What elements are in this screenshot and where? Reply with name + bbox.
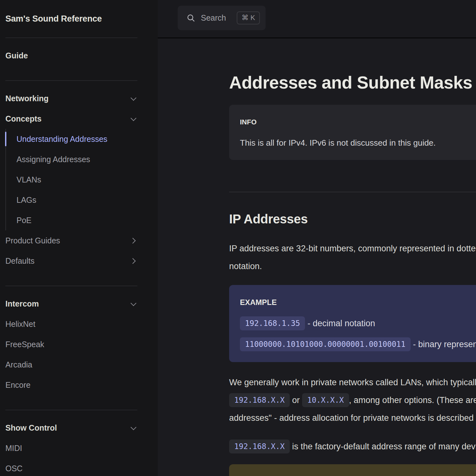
page-title: Addresses and Subnet Masks: [229, 71, 476, 94]
sidebar-divider: [5, 37, 137, 38]
paragraph: 192.168.X.X is the factory-default addre…: [229, 438, 476, 455]
paragraph-line: 192.168.X.X or 10.X.X.X, among other opt…: [229, 391, 476, 409]
paragraph-line: We generally work in private networks ca…: [229, 374, 476, 391]
sidebar-divider: [5, 80, 137, 81]
sidebar-item-poe[interactable]: PoE: [5, 210, 137, 230]
sidebar-item-lags[interactable]: LAGs: [5, 190, 137, 210]
text-run: or: [290, 395, 302, 405]
site-title[interactable]: Sam's Sound Reference: [5, 0, 137, 37]
sidebar-item-label: MIDI: [5, 444, 22, 453]
warning-callout: [229, 464, 476, 476]
paragraph: IP addresses are 32-bit numbers, commonl…: [229, 240, 476, 275]
paragraph: We generally work in private networks ca…: [229, 374, 476, 427]
chevron-down-icon: [130, 424, 136, 430]
inline-code: 10.X.X.X: [302, 393, 349, 407]
text-run: addresses" - address allocation for priv…: [229, 413, 476, 423]
doc-content: Addresses and Subnet Masks INFO This is …: [229, 38, 476, 476]
sidebar-item-osc[interactable]: OSC: [5, 458, 137, 476]
paragraph-line: IP addresses are 32-bit numbers, commonl…: [229, 240, 476, 257]
inline-code: 192.168.1.35: [240, 316, 305, 330]
text-run: - binary representation: [411, 340, 476, 349]
search-shortcut-badge: ⌘ K: [237, 11, 260, 24]
sidebar-item-understanding-addresses[interactable]: Understanding Addresses: [5, 129, 137, 149]
sidebar-item-label: FreeSpeak: [5, 340, 44, 349]
text-run: , among other options. (These are "RFC 1…: [349, 395, 476, 405]
sidebar-item-show-control[interactable]: Show Control: [5, 418, 137, 438]
callout-kind-label: INFO: [240, 118, 476, 126]
info-callout: INFO This is all for IPv4. IPv6 is not d…: [229, 105, 476, 160]
paragraph-line: 11000000.10101000.00000001.00100011 - bi…: [240, 337, 476, 352]
text-run: notation.: [229, 261, 262, 271]
sidebar-item-networking[interactable]: Networking: [5, 88, 137, 109]
example-lines: 192.168.1.35 - decimal notation11000000.…: [240, 316, 476, 352]
paragraph-line: notation.: [229, 257, 476, 275]
sidebar-item-label: Arcadia: [5, 360, 32, 369]
paragraph-line: 192.168.1.35 - decimal notation: [240, 316, 476, 331]
text-run: We generally work in private networks ca…: [229, 378, 476, 387]
chevron-right-icon: [130, 258, 136, 264]
sidebar: Sam's Sound Reference GuideNetworkingCon…: [0, 0, 158, 476]
sidebar-item-label: Networking: [5, 94, 49, 103]
inline-code: 192.168.X.X: [229, 440, 290, 453]
example-callout: EXAMPLE 192.168.1.35 - decimal notation1…: [229, 285, 476, 362]
sidebar-item-label: Assigning Addresses: [17, 155, 90, 164]
search-label: Search: [201, 13, 226, 23]
sidebar-item-midi[interactable]: MIDI: [5, 438, 137, 458]
chevron-down-icon: [130, 300, 136, 306]
search-icon: [187, 14, 195, 22]
sidebar-item-encore[interactable]: Encore: [5, 375, 137, 395]
sidebar-item-label: Product Guides: [5, 236, 60, 245]
sidebar-item-label: Concepts: [5, 114, 42, 123]
chevron-right-icon: [130, 238, 136, 243]
top-navbar: Search ⌘ K: [158, 0, 476, 38]
sidebar-item-assigning-addresses[interactable]: Assigning Addresses: [5, 149, 137, 169]
sidebar-item-helixnet[interactable]: HelixNet: [5, 314, 137, 334]
sidebar-item-label: Intercom: [5, 299, 39, 308]
sidebar-item-label: OSC: [5, 464, 23, 473]
sidebar-divider: [5, 410, 137, 410]
sidebar-sections: GuideNetworkingConceptsUnderstanding Add…: [5, 37, 137, 476]
paragraph-line: addresses" - address allocation for priv…: [229, 409, 476, 427]
search-button[interactable]: Search ⌘ K: [178, 6, 266, 30]
sidebar-divider: [5, 286, 137, 286]
text-run: is the factory-default address range of …: [290, 442, 476, 452]
sidebar-item-label: Defaults: [5, 256, 35, 266]
callout-text: This is all for IPv4. IPv6 is not discus…: [240, 137, 476, 149]
sidebar-item-vlans[interactable]: VLANs: [5, 169, 137, 190]
sidebar-item-intercom[interactable]: Intercom: [5, 294, 137, 314]
sidebar-item-guide[interactable]: Guide: [5, 45, 137, 66]
sidebar-item-label: PoE: [17, 216, 31, 225]
sidebar-item-arcadia[interactable]: Arcadia: [5, 354, 137, 375]
sidebar-item-label: Encore: [5, 380, 30, 390]
sidebar-item-label: LAGs: [17, 195, 36, 205]
inline-code: 192.168.X.X: [229, 393, 290, 407]
section-heading: IP Addresses: [229, 192, 476, 227]
chevron-down-icon: [130, 115, 136, 121]
sidebar-item-freespeak[interactable]: FreeSpeak: [5, 334, 137, 354]
sidebar-item-label: Show Control: [5, 423, 57, 433]
sidebar-item-defaults[interactable]: Defaults: [5, 251, 137, 271]
paragraph-line: 192.168.X.X is the factory-default addre…: [229, 438, 476, 455]
inline-code: 11000000.10101000.00000001.00100011: [240, 337, 411, 351]
sidebar-item-label: VLANs: [17, 175, 41, 184]
sidebar-item-label: Guide: [5, 51, 28, 60]
text-run: IP addresses are 32-bit numbers, commonl…: [229, 244, 476, 254]
sidebar-item-product-guides[interactable]: Product Guides: [5, 230, 137, 251]
sidebar-item-label: HelixNet: [5, 320, 35, 329]
sidebar-item-label: Understanding Addresses: [17, 135, 107, 144]
callout-kind-label: EXAMPLE: [240, 298, 476, 307]
sidebar-item-concepts[interactable]: Concepts: [5, 109, 137, 129]
chevron-down-icon: [130, 95, 136, 101]
text-run: - decimal notation: [305, 319, 375, 328]
